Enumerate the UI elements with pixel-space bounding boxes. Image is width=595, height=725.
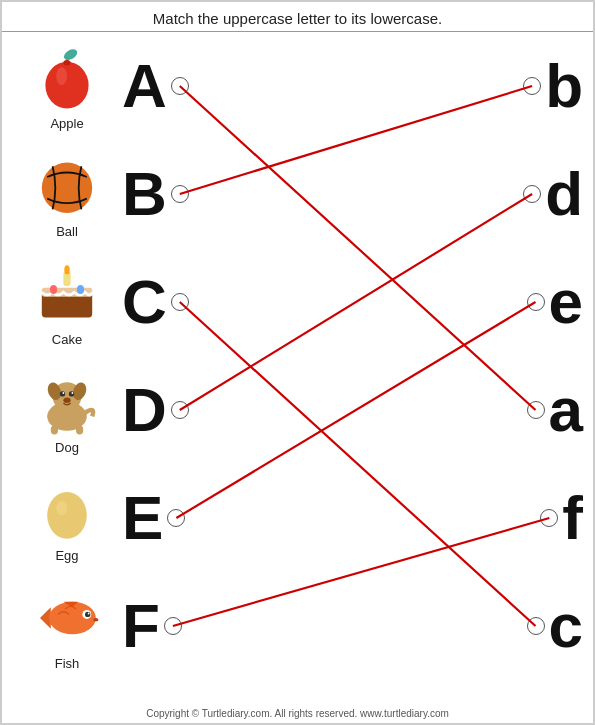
row-egg: Egg E f <box>12 464 583 572</box>
upper-col-5: F <box>122 595 232 657</box>
egg-image <box>31 474 103 546</box>
apple-image <box>31 42 103 114</box>
image-col-ball: Ball <box>12 150 122 239</box>
upper-letter-2: C <box>122 271 167 333</box>
upper-col-3: D <box>122 379 232 441</box>
svg-point-2 <box>45 61 88 108</box>
left-circle-4[interactable] <box>167 509 185 527</box>
right-circle-1[interactable] <box>523 185 541 203</box>
ball-image <box>31 150 103 222</box>
right-circle-3[interactable] <box>527 401 545 419</box>
left-circle-2[interactable] <box>171 293 189 311</box>
svg-point-19 <box>72 392 74 394</box>
svg-point-3 <box>56 67 67 85</box>
svg-point-31 <box>93 618 98 622</box>
svg-point-30 <box>88 612 90 614</box>
lower-letter-2: e <box>549 271 583 333</box>
upper-letter-4: E <box>122 487 163 549</box>
row-dog: Dog D a <box>12 356 583 464</box>
svg-point-20 <box>63 397 70 402</box>
image-col-egg: Egg <box>12 474 122 563</box>
right-circle-4[interactable] <box>540 509 558 527</box>
image-col-dog: Dog <box>12 366 122 455</box>
svg-point-24 <box>56 501 67 515</box>
svg-point-18 <box>63 392 65 394</box>
upper-col-1: B <box>122 163 232 225</box>
dog-image <box>31 366 103 438</box>
lower-letter-4: f <box>562 487 583 549</box>
left-circle-5[interactable] <box>164 617 182 635</box>
lower-letter-0: b <box>545 55 583 117</box>
content-area: Apple A b Ball B d <box>2 32 593 680</box>
upper-letter-5: F <box>122 595 160 657</box>
ball-label: Ball <box>56 224 78 239</box>
lower-col-3: a <box>473 379 583 441</box>
right-circle-2[interactable] <box>527 293 545 311</box>
row-fish: Fish F c <box>12 572 583 680</box>
row-cake: Cake C e <box>12 248 583 356</box>
fish-image <box>31 582 103 654</box>
cake-image <box>31 258 103 330</box>
upper-letter-0: A <box>122 55 167 117</box>
svg-point-7 <box>64 265 69 274</box>
lower-letter-3: a <box>549 379 583 441</box>
upper-col-0: A <box>122 55 232 117</box>
upper-col-2: C <box>122 271 232 333</box>
page: Match the uppercase letter to its lowerc… <box>0 0 595 725</box>
image-col-apple: Apple <box>12 42 122 131</box>
svg-point-23 <box>47 492 87 539</box>
fish-label: Fish <box>55 656 80 671</box>
svg-point-0 <box>62 47 79 62</box>
title: Match the uppercase letter to its lowerc… <box>2 2 593 32</box>
left-circle-3[interactable] <box>171 401 189 419</box>
egg-label: Egg <box>55 548 78 563</box>
svg-point-4 <box>63 60 70 65</box>
row-ball: Ball B d <box>12 140 583 248</box>
svg-point-17 <box>69 391 74 396</box>
lower-col-1: d <box>473 163 583 225</box>
image-col-fish: Fish <box>12 582 122 671</box>
svg-point-10 <box>50 285 57 294</box>
lower-letter-5: c <box>549 595 583 657</box>
image-col-cake: Cake <box>12 258 122 347</box>
lower-col-2: e <box>473 271 583 333</box>
footer: Copyright © Turtlediary.com. All rights … <box>2 708 593 719</box>
row-apple: Apple A b <box>12 32 583 140</box>
lower-col-5: c <box>473 595 583 657</box>
svg-rect-22 <box>76 425 83 434</box>
upper-col-4: E <box>122 487 232 549</box>
svg-point-5 <box>42 162 92 212</box>
svg-point-29 <box>85 611 90 616</box>
svg-rect-21 <box>51 425 58 434</box>
right-circle-0[interactable] <box>523 77 541 95</box>
left-circle-0[interactable] <box>171 77 189 95</box>
cake-label: Cake <box>52 332 82 347</box>
dog-label: Dog <box>55 440 79 455</box>
upper-letter-1: B <box>122 163 167 225</box>
svg-point-11 <box>77 285 84 294</box>
svg-point-16 <box>60 391 65 396</box>
lower-col-0: b <box>473 55 583 117</box>
apple-label: Apple <box>50 116 83 131</box>
right-circle-5[interactable] <box>527 617 545 635</box>
lower-letter-1: d <box>545 163 583 225</box>
upper-letter-3: D <box>122 379 167 441</box>
left-circle-1[interactable] <box>171 185 189 203</box>
lower-col-4: f <box>473 487 583 549</box>
